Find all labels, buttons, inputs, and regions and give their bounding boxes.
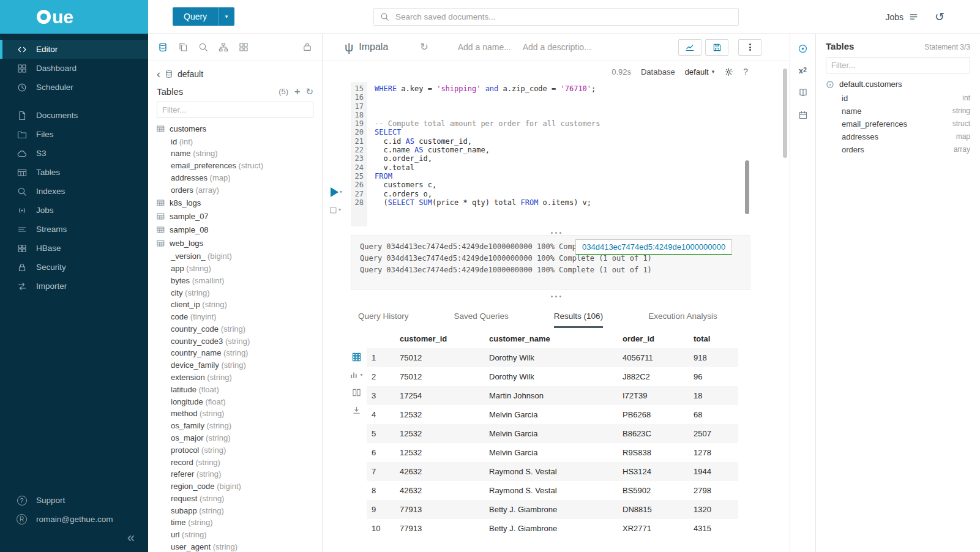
assist-column-orders[interactable]: orders (array)	[148, 184, 322, 196]
assist-column-time[interactable]: time (string)	[148, 517, 322, 529]
chevron-left-icon[interactable]: ‹	[157, 69, 160, 80]
assist-column-region_code[interactable]: region_code (bigint)	[148, 480, 322, 493]
assist-column-request[interactable]: request (string)	[148, 492, 322, 504]
download-icon[interactable]	[352, 406, 361, 415]
nav-scheduler[interactable]: Scheduler	[0, 78, 148, 97]
result-row-1[interactable]: 175012Dorothy Wilk4056711918	[367, 348, 738, 367]
engine-name[interactable]: Impala	[359, 42, 388, 53]
assist-column-country_name[interactable]: country_name (string)	[148, 347, 322, 359]
assist-column-addresses[interactable]: addresses (map)	[148, 172, 322, 184]
query-history-icon[interactable]: ↻	[420, 42, 428, 52]
assist-column-bytes[interactable]: bytes (smallint)	[148, 274, 322, 286]
tab-saved-queries[interactable]: Saved Queries	[454, 311, 509, 328]
assist-column-client_ip[interactable]: client_ip (string)	[148, 299, 322, 311]
refresh-icon[interactable]: ↻	[305, 87, 313, 96]
assist-table-k8s_logs[interactable]: k8s_logs	[148, 196, 322, 209]
database-select[interactable]: default ▾	[685, 67, 715, 76]
zoom-icon[interactable]	[198, 42, 208, 52]
assist-column-_version_[interactable]: _version_ (bigint)	[148, 250, 322, 263]
database-source-icon[interactable]	[158, 42, 168, 52]
save-button[interactable]	[705, 39, 728, 56]
result-row-4[interactable]: 412532Melvin GarciaPB626868	[367, 405, 738, 424]
sitemap-icon[interactable]	[219, 42, 228, 52]
tab-results-106-[interactable]: Results (106)	[554, 311, 603, 328]
assist-column-method[interactable]: method (string)	[148, 408, 322, 420]
result-row-7[interactable]: 742632Raymond S. VestalHS31241944	[367, 462, 738, 481]
nav-importer[interactable]: Importer	[0, 277, 148, 296]
more-options-button[interactable]	[738, 39, 761, 56]
result-row-10[interactable]: 1077913Betty J. GiambroneXR27714315	[367, 519, 738, 538]
assist-column-longitude[interactable]: longitude (float)	[148, 395, 322, 408]
jobs-link[interactable]: Jobs	[886, 12, 919, 22]
execute-button[interactable]: ▾	[331, 187, 342, 197]
tab-execution-analysis[interactable]: Execution Analysis	[648, 311, 717, 328]
assist-column-code[interactable]: code (tinyint)	[148, 311, 322, 323]
schema-column-addresses[interactable]: addressesmap	[826, 130, 970, 143]
col-header-total[interactable]: total	[689, 328, 738, 348]
editor-scrollbar[interactable]	[745, 160, 749, 214]
assist-table-customers[interactable]: customers	[148, 122, 322, 135]
col-header-customer_name[interactable]: customer_name	[484, 328, 618, 348]
code-editor[interactable]: ▾ ▾ 1516171819202122232425262728 WHERE a…	[323, 82, 790, 226]
nav-security[interactable]: Security	[0, 258, 148, 277]
assist-column-referer[interactable]: referer (string)	[148, 468, 322, 480]
apps-grid-icon[interactable]	[239, 42, 249, 52]
schedule-calendar-icon[interactable]	[798, 110, 808, 120]
tab-query-history[interactable]: Query History	[358, 311, 409, 328]
assist-column-subapp[interactable]: subapp (string)	[148, 504, 322, 517]
nav-user[interactable]: R romain@gethue.com	[0, 510, 148, 529]
active-table-row[interactable]: default.customers	[826, 73, 970, 92]
result-row-2[interactable]: 275012Dorothy WilkJ882C296	[367, 367, 738, 386]
assist-column-record[interactable]: record (string)	[148, 456, 322, 468]
assist-column-latitude[interactable]: latitude (float)	[148, 383, 322, 395]
assist-table-sample_08[interactable]: sample_08	[148, 223, 322, 236]
hue-logo[interactable]: ue	[0, 0, 148, 34]
context-target-icon[interactable]	[798, 43, 808, 54]
result-row-3[interactable]: 317254Martin JohnsonI72T3918	[367, 386, 738, 405]
assist-column-id[interactable]: id (int)	[148, 135, 322, 147]
query-description-input[interactable]	[522, 42, 598, 53]
schema-column-email_preferences[interactable]: email_preferencesstruct	[826, 117, 970, 130]
assist-column-city[interactable]: city (string)	[148, 286, 322, 299]
nav-tables[interactable]: Tables	[0, 163, 148, 182]
nav-support[interactable]: ? Support	[0, 491, 148, 510]
assist-table-web_logs[interactable]: web_logs	[148, 237, 322, 250]
result-row-9[interactable]: 977913Betty J. GiambroneDN88151320	[367, 500, 738, 519]
functions-icon[interactable]: x2	[799, 67, 807, 75]
right-filter-input[interactable]	[826, 57, 970, 73]
add-icon[interactable]: +	[294, 87, 300, 97]
nav-files[interactable]: Files	[0, 125, 148, 144]
help-icon[interactable]: ?	[743, 67, 748, 76]
search-input[interactable]	[394, 12, 732, 22]
code-content[interactable]: WHERE a.key = 'shipping' and a.zip_code …	[367, 82, 790, 226]
nav-dashboard[interactable]: Dashboard	[0, 59, 148, 78]
new-query-button[interactable]: Query ▾	[173, 7, 234, 26]
bag-icon[interactable]	[302, 42, 312, 52]
statement-options-button[interactable]: ▾	[329, 206, 341, 214]
settings-gear-icon[interactable]	[724, 67, 733, 76]
history-icon[interactable]: ↺	[935, 11, 944, 23]
sidebar-collapse-button[interactable]: «	[0, 529, 148, 552]
assist-column-os_major[interactable]: os_major (string)	[148, 432, 322, 444]
nav-jobs[interactable]: Jobs	[0, 201, 148, 220]
result-row-8[interactable]: 842632Raymond S. VestalBS59022798	[367, 481, 738, 500]
panel-scrollbar[interactable]	[783, 69, 787, 158]
assist-column-name[interactable]: name (string)	[148, 147, 322, 160]
resize-handle[interactable]	[323, 226, 790, 235]
schema-column-orders[interactable]: ordersarray	[826, 143, 970, 156]
col-header-rownum[interactable]	[367, 328, 395, 348]
assist-column-user_agent[interactable]: user_agent (string)	[148, 541, 322, 552]
query-button-label[interactable]: Query	[173, 7, 218, 26]
grid-view-icon[interactable]	[352, 352, 361, 362]
assist-filter-input[interactable]	[157, 102, 313, 118]
language-reference-icon[interactable]	[798, 88, 808, 97]
documents-source-icon[interactable]	[178, 42, 188, 52]
assist-table-sample_07[interactable]: sample_07	[148, 209, 322, 223]
assist-column-url[interactable]: url (string)	[148, 529, 322, 541]
assist-column-country_code[interactable]: country_code (string)	[148, 323, 322, 335]
col-header-order_id[interactable]: order_id	[618, 328, 689, 348]
chevron-down-icon[interactable]: ▾	[218, 7, 234, 26]
query-id-tooltip[interactable]: 034d413ec7474ed5:4249de1000000000	[575, 239, 732, 255]
nav-indexes[interactable]: Indexes	[0, 182, 148, 201]
nav-editor[interactable]: Editor	[0, 40, 148, 59]
